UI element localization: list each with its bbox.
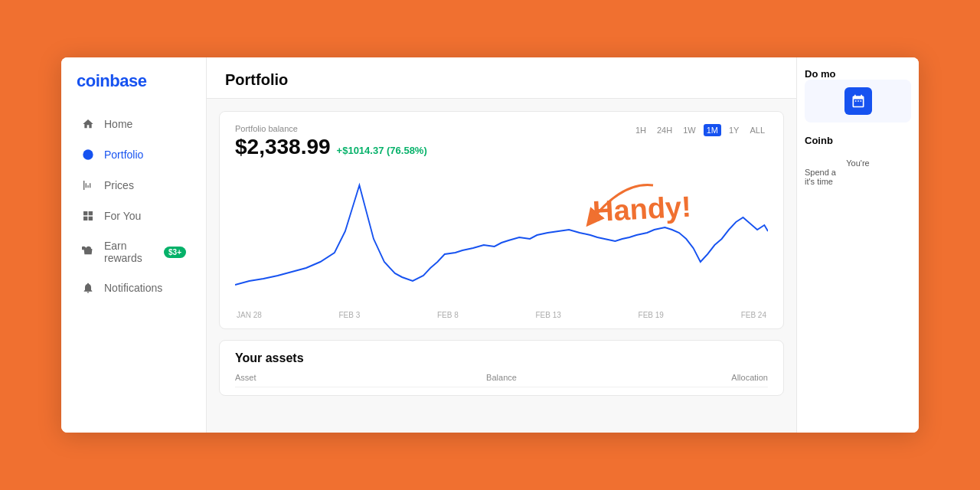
sidebar-item-portfolio[interactable]: Portfolio bbox=[66, 140, 201, 169]
right-panel-card-calendar bbox=[805, 80, 911, 122]
balance-change: +$1014.37 (76.58%) bbox=[337, 145, 427, 156]
portfolio-chart-card: Portfolio balance $2,338.99 +$1014.37 (7… bbox=[219, 111, 784, 329]
right-panel-spend-text: Spend a bbox=[805, 168, 911, 177]
chart-label-feb19: FEB 19 bbox=[639, 311, 664, 319]
time-btn-1y[interactable]: 1Y bbox=[726, 124, 742, 136]
earn-rewards-icon bbox=[81, 245, 95, 259]
chart-header: Portfolio balance $2,338.99 +$1014.37 (7… bbox=[235, 124, 768, 159]
portfolio-icon bbox=[81, 148, 95, 162]
prices-icon bbox=[81, 178, 95, 192]
page-header: Portfolio bbox=[207, 57, 796, 99]
right-panel-youre-section: You're Spend a it's time bbox=[805, 158, 911, 186]
sidebar-item-notifications-label: Notifications bbox=[104, 282, 162, 294]
right-panel-coinb-title: Coinb bbox=[805, 135, 911, 146]
assets-card: Your assets Asset Balance Allocation bbox=[219, 340, 784, 396]
notifications-icon bbox=[81, 281, 95, 295]
page-title: Portfolio bbox=[225, 71, 778, 89]
balance-section: Portfolio balance $2,338.99 +$1014.37 (7… bbox=[235, 124, 427, 159]
chart-container: Handy! bbox=[235, 162, 768, 308]
home-icon bbox=[81, 117, 95, 131]
content-area: Portfolio balance $2,338.99 +$1014.37 (7… bbox=[207, 99, 796, 433]
earn-rewards-badge: $3+ bbox=[164, 247, 186, 258]
sidebar-item-notifications[interactable]: Notifications bbox=[66, 273, 201, 302]
portfolio-chart-svg bbox=[235, 162, 768, 308]
chart-label-feb13: FEB 13 bbox=[536, 311, 561, 319]
balance-label: Portfolio balance bbox=[235, 124, 427, 133]
chart-label-feb3: FEB 3 bbox=[339, 311, 361, 319]
sidebar-nav: Home Portfolio Prices For You bbox=[61, 109, 206, 302]
for-you-icon bbox=[81, 209, 95, 223]
col-header-allocation: Allocation bbox=[590, 373, 768, 382]
assets-table-header: Asset Balance Allocation bbox=[235, 373, 768, 387]
right-panel-its-time-text: it's time bbox=[805, 177, 911, 186]
main-content: Portfolio Portfolio balance $2,338.99 +$… bbox=[207, 57, 796, 433]
sidebar-item-home[interactable]: Home bbox=[66, 109, 201, 139]
balance-value: $2,338.99 bbox=[235, 135, 331, 159]
right-panel-do-more-title: Do mo bbox=[805, 68, 911, 80]
right-panel-coinb-section: Coinb bbox=[805, 135, 911, 146]
sidebar-item-home-label: Home bbox=[104, 118, 132, 130]
time-controls: 1H 24H 1W 1M 1Y ALL bbox=[632, 124, 768, 136]
sidebar-item-prices-label: Prices bbox=[104, 179, 134, 191]
browser-window: coinbase Home Portfolio Prices bbox=[61, 57, 919, 433]
right-panel-do-more-section: Do mo bbox=[805, 68, 911, 122]
time-btn-1h[interactable]: 1H bbox=[632, 124, 649, 136]
sidebar-item-earn-rewards-label: Earn rewards bbox=[104, 240, 152, 264]
sidebar-item-prices[interactable]: Prices bbox=[66, 171, 201, 200]
time-btn-all[interactable]: ALL bbox=[746, 124, 768, 136]
svg-point-0 bbox=[83, 149, 93, 159]
sidebar-logo: coinbase bbox=[61, 71, 206, 109]
assets-title: Your assets bbox=[235, 351, 768, 365]
chart-label-jan28: JAN 28 bbox=[237, 311, 262, 319]
sidebar-item-for-you-label: For You bbox=[104, 210, 141, 222]
chart-date-labels: JAN 28 FEB 3 FEB 8 FEB 13 FEB 19 FEB 24 bbox=[235, 311, 768, 319]
calendar-icon bbox=[844, 87, 872, 115]
time-btn-24h[interactable]: 24H bbox=[654, 124, 675, 136]
right-panel-youre-text: You're bbox=[805, 158, 911, 168]
sidebar-item-portfolio-label: Portfolio bbox=[104, 149, 143, 161]
sidebar-item-for-you[interactable]: For You bbox=[66, 201, 201, 230]
sidebar: coinbase Home Portfolio Prices bbox=[61, 57, 207, 433]
sidebar-item-earn-rewards[interactable]: Earn rewards $3+ bbox=[66, 232, 201, 272]
right-panel: Do mo Coinb You're Spend a it's time bbox=[796, 57, 919, 433]
col-header-balance: Balance bbox=[413, 373, 590, 382]
time-btn-1w[interactable]: 1W bbox=[680, 124, 699, 136]
col-header-asset: Asset bbox=[235, 373, 413, 382]
coinbase-logo-text: coinbase bbox=[77, 71, 146, 91]
chart-label-feb8: FEB 8 bbox=[437, 311, 459, 319]
time-btn-1m[interactable]: 1M bbox=[704, 124, 721, 136]
chart-label-feb24: FEB 24 bbox=[741, 311, 766, 319]
